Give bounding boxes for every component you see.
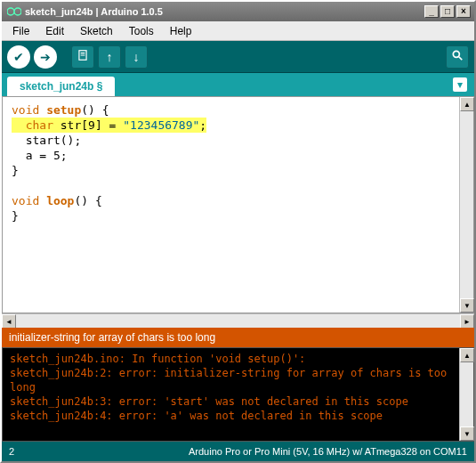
upload-button[interactable]: ➔ [34, 45, 57, 69]
keyword: void [12, 103, 39, 117]
scroll-down-icon[interactable]: ▼ [460, 298, 474, 313]
function-name: loop [46, 194, 74, 207]
menu-file[interactable]: File [5, 23, 36, 39]
save-button[interactable]: ↓ [125, 45, 148, 69]
menu-sketch[interactable]: Sketch [73, 23, 120, 39]
keyword: char [26, 118, 53, 132]
window-title: sketch_jun24b | Arduino 1.0.5 [25, 6, 424, 17]
serial-monitor-button[interactable] [446, 45, 469, 69]
menu-edit[interactable]: Edit [38, 23, 71, 39]
editor-area: void setup() { char str[9] = "123456789"… [2, 96, 474, 313]
console-output[interactable]: sketch_jun24b.ino: In function 'void set… [3, 348, 459, 441]
string-literal: "123456789" [123, 118, 199, 132]
open-button[interactable]: ↑ [98, 45, 121, 69]
menu-tools[interactable]: Tools [122, 23, 161, 39]
arrow-up-icon: ↑ [107, 50, 113, 64]
scroll-left-icon[interactable]: ◄ [2, 314, 16, 329]
tab-menu-button[interactable]: ▾ [453, 77, 467, 92]
tab-sketch[interactable]: sketch_jun24b § [7, 77, 115, 96]
arrow-down-icon: ↓ [133, 50, 140, 64]
console-area: sketch_jun24b.ino: In function 'void set… [2, 347, 474, 442]
keyword: void [12, 194, 39, 207]
verify-button[interactable]: ✔ [7, 45, 30, 69]
error-bar: initializer-string for array of chars is… [2, 328, 474, 347]
scroll-up-icon[interactable]: ▲ [460, 348, 474, 362]
scroll-down-icon[interactable]: ▼ [460, 426, 474, 441]
error-summary: initializer-string for array of chars is… [9, 331, 215, 344]
function-name: setup [46, 103, 81, 117]
arrow-right-icon: ➔ [40, 50, 51, 64]
statusbar: 2 Arduino Pro or Pro Mini (5V, 16 MHz) w… [2, 442, 474, 461]
titlebar: sketch_jun24b | Arduino 1.0.5 _ □ × [2, 2, 474, 21]
tab-bar: sketch_jun24b § ▾ [2, 73, 474, 96]
magnifier-icon [451, 49, 464, 64]
check-icon: ✔ [13, 50, 24, 64]
svg-point-1 [453, 51, 459, 57]
chevron-down-icon: ▾ [457, 78, 463, 91]
app-window: sketch_jun24b | Arduino 1.0.5 _ □ × File… [0, 0, 476, 463]
menubar: File Edit Sketch Tools Help [2, 21, 474, 41]
highlighted-line: char str[9] = "123456789"; [12, 118, 206, 133]
scroll-right-icon[interactable]: ► [460, 314, 474, 329]
status-line-number: 2 [9, 446, 14, 457]
console-vscrollbar[interactable]: ▲ ▼ [459, 348, 473, 441]
editor-hscrollbar[interactable]: ◄ ► [2, 313, 474, 328]
status-board-info: Arduino Pro or Pro Mini (5V, 16 MHz) w/ … [189, 446, 467, 457]
maximize-button[interactable]: □ [440, 5, 455, 18]
arduino-logo-icon [7, 4, 21, 19]
code-editor[interactable]: void setup() { char str[9] = "123456789"… [3, 97, 459, 313]
window-controls: _ □ × [424, 5, 471, 18]
minimize-button[interactable]: _ [424, 5, 439, 18]
close-button[interactable]: × [456, 5, 471, 18]
new-button[interactable] [71, 45, 94, 69]
toolbar: ✔ ➔ ↑ ↓ [2, 41, 474, 73]
scroll-up-icon[interactable]: ▲ [460, 97, 474, 111]
editor-vscrollbar[interactable]: ▲ ▼ [459, 97, 473, 313]
file-icon [77, 49, 89, 64]
menu-help[interactable]: Help [163, 23, 199, 39]
scroll-track[interactable] [16, 314, 460, 328]
